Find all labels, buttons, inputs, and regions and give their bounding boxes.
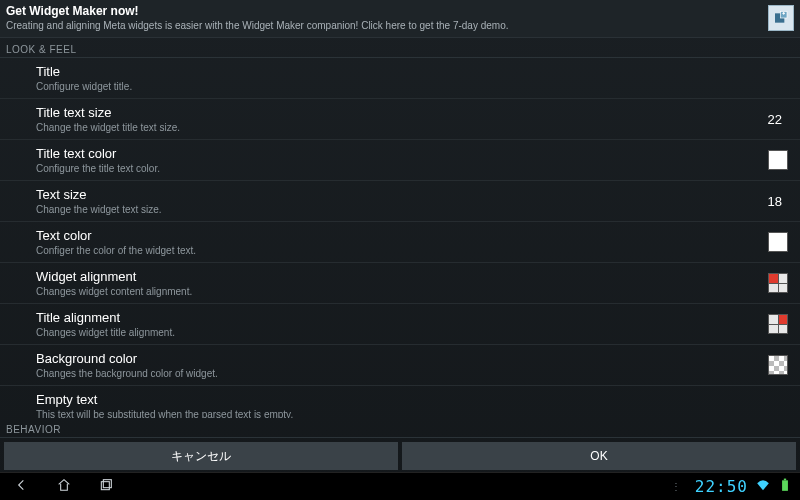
row-empty-text-sub: This text will be substituted when the p… bbox=[36, 409, 790, 418]
row-text-color-sub: Configer the color of the widget text. bbox=[36, 245, 768, 256]
row-title-text-size[interactable]: Title text size Change the widget title … bbox=[0, 99, 800, 140]
text-color-swatch bbox=[768, 232, 788, 252]
row-title-size-sub: Change the widget title text size. bbox=[36, 122, 760, 133]
row-title-text-color[interactable]: Title text color Configure the title tex… bbox=[0, 140, 800, 181]
promo-title: Get Widget Maker now! bbox=[6, 4, 760, 18]
row-widget-align-label: Widget alignment bbox=[36, 269, 768, 284]
section-look-feel: LOOK & FEEL bbox=[0, 38, 800, 58]
settings-screen: Get Widget Maker now! Creating and align… bbox=[0, 0, 800, 500]
row-title-alignment[interactable]: Title alignment Changes widget title ali… bbox=[0, 304, 800, 345]
row-empty-text-label: Empty text bbox=[36, 392, 790, 407]
row-title-size-label: Title text size bbox=[36, 105, 760, 120]
promo-banner[interactable]: Get Widget Maker now! Creating and align… bbox=[0, 0, 800, 38]
system-navbar: ⋮ 22:50 bbox=[0, 472, 800, 500]
clock[interactable]: 22:50 bbox=[695, 477, 748, 496]
cancel-button[interactable]: キャンセル bbox=[4, 442, 398, 470]
row-widget-alignment[interactable]: Widget alignment Changes widget content … bbox=[0, 263, 800, 304]
row-text-size-label: Text size bbox=[36, 187, 760, 202]
notification-dots-icon[interactable]: ⋮ bbox=[671, 481, 681, 492]
row-title-align-sub: Changes widget title alignment. bbox=[36, 327, 768, 338]
bg-color-swatch bbox=[768, 355, 788, 375]
section-behavior: BEHAVIOR bbox=[0, 418, 800, 438]
row-text-size[interactable]: Text size Change the widget text size. 1… bbox=[0, 181, 800, 222]
svg-rect-2 bbox=[101, 481, 109, 489]
row-title[interactable]: Title Configure widget title. bbox=[0, 58, 800, 99]
title-color-swatch bbox=[768, 150, 788, 170]
row-widget-align-sub: Changes widget content alignment. bbox=[36, 286, 768, 297]
back-icon[interactable] bbox=[14, 477, 30, 497]
row-empty-text[interactable]: Empty text This text will be substituted… bbox=[0, 386, 800, 418]
promo-app-icon bbox=[768, 5, 794, 31]
row-text-color[interactable]: Text color Configer the color of the wid… bbox=[0, 222, 800, 263]
battery-icon[interactable] bbox=[778, 478, 792, 496]
row-title-align-label: Title alignment bbox=[36, 310, 768, 325]
row-background-color[interactable]: Background color Changes the background … bbox=[0, 345, 800, 386]
promo-text: Get Widget Maker now! Creating and align… bbox=[6, 4, 760, 31]
title-align-icon bbox=[768, 314, 788, 334]
row-title-color-sub: Configure the title text color. bbox=[36, 163, 768, 174]
svg-rect-3 bbox=[103, 479, 111, 487]
row-text-size-sub: Change the widget text size. bbox=[36, 204, 760, 215]
widget-align-icon bbox=[768, 273, 788, 293]
svg-rect-5 bbox=[784, 478, 786, 480]
row-title-color-label: Title text color bbox=[36, 146, 768, 161]
ok-button[interactable]: OK bbox=[402, 442, 796, 470]
recent-apps-icon[interactable] bbox=[98, 477, 114, 497]
row-bg-color-label: Background color bbox=[36, 351, 768, 366]
svg-rect-4 bbox=[782, 480, 788, 491]
row-title-size-value: 22 bbox=[760, 112, 790, 127]
settings-list[interactable]: Title Configure widget title. Title text… bbox=[0, 58, 800, 418]
row-title-sub: Configure widget title. bbox=[36, 81, 790, 92]
row-title-label: Title bbox=[36, 64, 790, 79]
row-text-size-value: 18 bbox=[760, 194, 790, 209]
row-text-color-label: Text color bbox=[36, 228, 768, 243]
home-icon[interactable] bbox=[56, 477, 72, 497]
promo-subtitle: Creating and aligning Meta widgets is ea… bbox=[6, 20, 760, 31]
button-bar: キャンセル OK bbox=[0, 438, 800, 472]
wifi-icon[interactable] bbox=[756, 478, 770, 496]
row-bg-color-sub: Changes the background color of widget. bbox=[36, 368, 768, 379]
